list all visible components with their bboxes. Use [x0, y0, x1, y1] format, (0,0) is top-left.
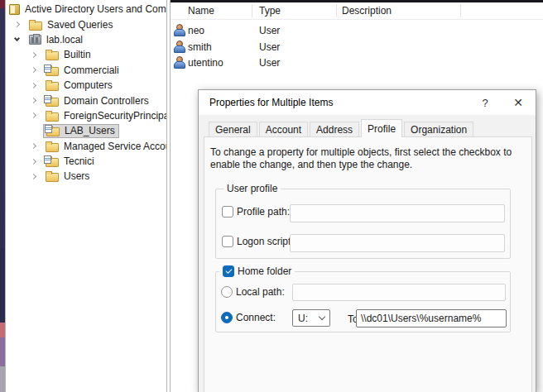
- ou-folder-icon: [46, 158, 59, 167]
- column-header-type[interactable]: Type: [259, 5, 281, 17]
- tab-address[interactable]: Address: [310, 122, 359, 137]
- column-separator[interactable]: [336, 4, 337, 17]
- tree-item-label: Domain Controllers: [64, 95, 149, 107]
- folder-icon: [46, 173, 59, 182]
- tree-item-computers[interactable]: Computers: [6, 78, 166, 93]
- profile-path-label: Profile path:: [237, 206, 290, 218]
- tree-item-label: ForeignSecurityPrincipals: [64, 110, 166, 122]
- tree-item-label: LAB_Users: [65, 125, 115, 136]
- logon-script-label: Logon script:: [237, 236, 294, 247]
- column-separator[interactable]: [252, 4, 252, 17]
- tree-item-label: Saved Queries: [47, 19, 113, 31]
- tree-item-label: Computers: [64, 79, 113, 91]
- chevron-right-icon[interactable]: [29, 141, 38, 151]
- tree-item-label: Tecnici: [64, 155, 94, 167]
- user-icon: [174, 24, 185, 36]
- row-name: neo: [188, 25, 204, 36]
- tree-item-commerciali[interactable]: Commerciali: [6, 63, 166, 78]
- connect-radio[interactable]: [221, 312, 233, 323]
- header-divider: [171, 19, 543, 20]
- home-folder-groupbox: Home folder Local path: Connect: U: To: …: [215, 271, 511, 332]
- tab-account[interactable]: Account: [259, 122, 308, 137]
- tab-organization[interactable]: Organization: [404, 122, 473, 137]
- profile-path-input[interactable]: [290, 204, 505, 222]
- home-folder-path-input[interactable]: \\dc01\Users\%username%: [356, 309, 507, 327]
- tree-item-saved-queries[interactable]: Saved Queries: [6, 17, 166, 31]
- folder-icon: [29, 22, 42, 31]
- tree-item-label: Builtin: [64, 49, 91, 60]
- tree-item-lab-users[interactable]: LAB_Users: [6, 123, 166, 138]
- user-profile-groupbox: User profile Profile path: Logon script:: [215, 189, 511, 259]
- chevron-right-icon[interactable]: [29, 96, 38, 105]
- domain-icon: [29, 35, 41, 45]
- tree-selection-box[interactable]: LAB_Users: [43, 124, 119, 138]
- close-icon[interactable]: ✕: [506, 90, 531, 115]
- user-icon: [174, 41, 185, 53]
- instruction-text: To change a property for multiple object…: [210, 146, 521, 170]
- tree-item-managed-service-accounts[interactable]: Managed Service Accounts: [6, 139, 166, 154]
- console-tree-panel: Active Directory Users and Com Saved Que…: [5, 0, 166, 392]
- chevron-right-icon[interactable]: [29, 65, 38, 74]
- tab-profile[interactable]: Profile: [361, 119, 402, 137]
- tree-item-domain-controllers[interactable]: Domain Controllers: [6, 93, 166, 108]
- ou-folder-icon: [46, 98, 59, 107]
- chevron-right-icon[interactable]: [29, 111, 38, 120]
- home-folder-checkbox[interactable]: [223, 265, 234, 277]
- chevron-right-icon[interactable]: [29, 50, 38, 60]
- row-type: User: [259, 25, 280, 36]
- tree-item-label: Commerciali: [64, 65, 119, 76]
- local-path-radio[interactable]: [221, 286, 233, 298]
- column-separator[interactable]: [460, 4, 461, 17]
- drive-letter-select[interactable]: U:: [292, 309, 330, 327]
- row-name: utentino: [188, 57, 223, 69]
- toolbar-edge-strip: [171, 0, 543, 2]
- tree-item-foreign-security-principals[interactable]: ForeignSecurityPrincipals: [6, 108, 166, 123]
- local-path-label: Local path:: [236, 286, 285, 298]
- logon-script-input[interactable]: [290, 234, 505, 252]
- row-type: User: [259, 57, 280, 69]
- tree-item-tecnici[interactable]: Tecnici: [6, 154, 166, 169]
- expander-placeholder: [29, 127, 38, 136]
- chevron-right-icon[interactable]: [29, 157, 38, 166]
- dialog-titlebar: Properties for Multiple Items ? ✕: [199, 90, 536, 115]
- home-folder-path-value: \\dc01\Users\%username%: [361, 313, 481, 324]
- profile-path-checkbox[interactable]: [222, 206, 233, 218]
- chevron-right-icon[interactable]: [29, 172, 38, 181]
- folder-icon: [46, 143, 59, 152]
- user-icon: [174, 56, 185, 69]
- drive-letter-value: U:: [298, 313, 308, 324]
- column-header-description[interactable]: Description: [342, 5, 392, 17]
- tree-item-label: Active Directory Users and Com: [25, 3, 166, 15]
- tree-item-lab-local[interactable]: lab.local: [6, 32, 166, 47]
- list-header: Name Type Description: [171, 3, 543, 19]
- tree-item-users[interactable]: Users: [6, 169, 166, 184]
- table-row[interactable]: neo User: [171, 22, 543, 39]
- groupbox-label: User profile: [223, 183, 281, 194]
- chevron-right-icon[interactable]: [29, 81, 38, 90]
- tree-item-root[interactable]: Active Directory Users and Com: [6, 2, 166, 17]
- local-path-input[interactable]: [292, 284, 506, 301]
- table-row[interactable]: smith User: [171, 39, 543, 55]
- folder-icon: [46, 51, 59, 60]
- row-name: smith: [188, 41, 212, 53]
- tab-general[interactable]: General: [209, 122, 257, 137]
- console-icon: [9, 4, 20, 15]
- connect-label: Connect:: [236, 312, 276, 323]
- row-type: User: [259, 41, 280, 53]
- chevron-down-icon[interactable]: [12, 35, 22, 44]
- chevron-right-icon[interactable]: [12, 20, 22, 29]
- help-icon[interactable]: ?: [473, 90, 497, 115]
- ou-folder-icon: [46, 67, 59, 76]
- dialog-title: Properties for Multiple Items: [209, 97, 473, 108]
- properties-dialog: Properties for Multiple Items ? ✕ Genera…: [198, 89, 536, 392]
- ou-folder-icon: [46, 127, 60, 136]
- home-folder-label: Home folder: [238, 265, 291, 277]
- tree-item-builtin[interactable]: Builtin: [6, 47, 166, 62]
- table-row[interactable]: utentino User: [171, 55, 543, 71]
- tab-strip: General Account Address Profile Organiza…: [209, 120, 475, 137]
- logon-script-checkbox[interactable]: [222, 236, 233, 247]
- tree-item-label: Users: [64, 170, 89, 182]
- tree-item-label: lab.local: [46, 34, 83, 45]
- profile-tab-page: To change a property for multiple object…: [204, 136, 532, 392]
- column-header-name[interactable]: Name: [188, 5, 214, 17]
